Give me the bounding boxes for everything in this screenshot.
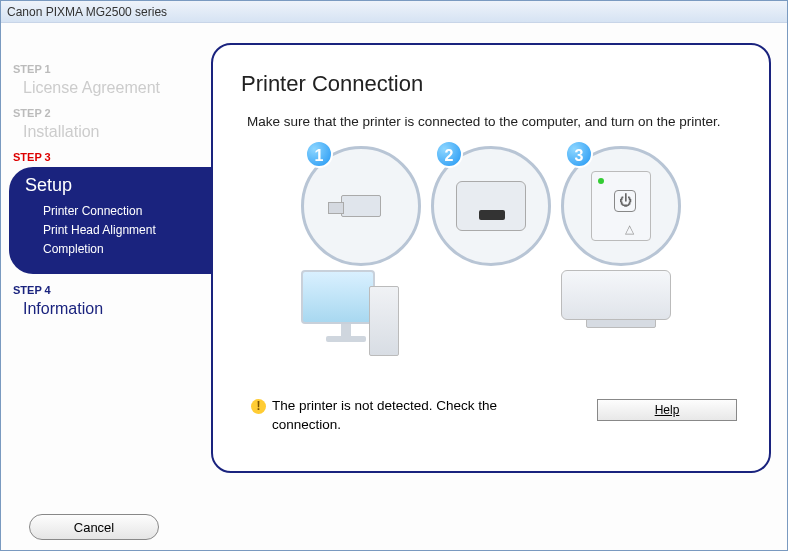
- status-message: ! The printer is not detected. Check the…: [251, 397, 531, 435]
- step3-title: Setup: [25, 175, 213, 196]
- status-text: The printer is not detected. Check the c…: [272, 397, 531, 435]
- badge-1: 1: [305, 140, 333, 168]
- usb-plug-icon: [341, 195, 381, 217]
- help-button[interactable]: Help: [597, 399, 737, 421]
- printer-illustration: [561, 270, 681, 328]
- step4-label: STEP 4: [13, 284, 211, 296]
- badge-2: 2: [435, 140, 463, 168]
- illustration-row: 1: [241, 146, 741, 360]
- step3-sub-printer-connection: Printer Connection: [25, 202, 213, 221]
- printer-port-icon: [456, 181, 526, 231]
- main-area: Printer Connection Make sure that the pr…: [211, 43, 787, 503]
- cancel-button[interactable]: Cancel: [29, 514, 159, 540]
- step-bubble-1: 1: [301, 146, 421, 360]
- content-panel: Printer Connection Make sure that the pr…: [211, 43, 771, 473]
- step3-label: STEP 3: [13, 151, 211, 163]
- content-area: STEP 1 License Agreement STEP 2 Installa…: [1, 23, 787, 503]
- step1-label: STEP 1: [13, 63, 211, 75]
- step-bubble-2: 2: [431, 146, 551, 266]
- computer-illustration: [301, 270, 421, 360]
- installer-window: Canon PIXMA MG2500 series STEP 1 License…: [0, 0, 788, 551]
- badge-3: 3: [565, 140, 593, 168]
- step3-sub-print-head-alignment: Print Head Alignment: [25, 221, 213, 240]
- window-title: Canon PIXMA MG2500 series: [7, 5, 167, 19]
- power-led-icon: [598, 178, 604, 184]
- alert-triangle-icon: △: [614, 222, 644, 236]
- tower-icon: [369, 286, 399, 356]
- step1-title: License Agreement: [13, 79, 211, 97]
- power-button-icon: ⏻: [614, 190, 636, 212]
- window-titlebar: Canon PIXMA MG2500 series: [1, 1, 787, 23]
- panel-lead-text: Make sure that the printer is connected …: [247, 113, 741, 132]
- warning-icon: !: [251, 399, 266, 414]
- step2-title: Installation: [13, 123, 211, 141]
- panel-heading: Printer Connection: [241, 71, 741, 97]
- step-bubble-3: ⏻ △ 3: [561, 146, 681, 328]
- step2-label: STEP 2: [13, 107, 211, 119]
- footer: Cancel: [29, 514, 159, 540]
- step4-title: Information: [13, 300, 211, 318]
- printer-power-panel-icon: ⏻ △: [591, 171, 651, 241]
- monitor-icon: [301, 270, 391, 360]
- step3-sub-completion: Completion: [25, 240, 213, 259]
- wizard-sidebar: STEP 1 License Agreement STEP 2 Installa…: [1, 43, 211, 503]
- step3-active-block: Setup Printer Connection Print Head Alig…: [9, 167, 213, 274]
